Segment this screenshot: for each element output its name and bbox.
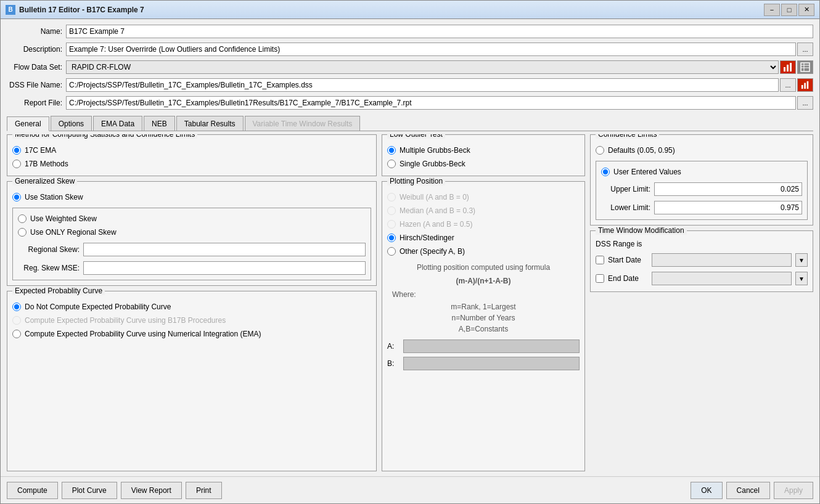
conf-defaults-label[interactable]: Defaults (0.05, 0.95) (608, 146, 675, 155)
tab-ema-data[interactable]: EMA Data (93, 116, 142, 131)
multiple-grubbs-row: Multiple Grubbs-Beck (387, 144, 580, 157)
reg-skew-mse-input[interactable] (83, 261, 366, 275)
plotting-a-label: A: (387, 342, 400, 351)
end-date-input[interactable] (652, 272, 792, 285)
plotting-box: Plotting Position Weibull (A and B = 0) … (382, 181, 585, 471)
bottom-right-buttons: OK Cancel Apply (691, 482, 813, 499)
tab-general[interactable]: General (7, 116, 49, 131)
apply-button[interactable]: Apply (774, 482, 813, 499)
plotting-a-row: A: (387, 339, 580, 353)
dss-file-label: DSS File Name: (7, 81, 62, 89)
regional-skew-input[interactable] (83, 243, 366, 256)
conf-user-label[interactable]: User Entered Values (613, 168, 681, 176)
report-file-field-wrapper: ... (66, 96, 813, 110)
skew-weighted-label[interactable]: Use Weighted Skew (30, 214, 97, 223)
lower-limit-input[interactable] (654, 201, 802, 214)
ok-button[interactable]: OK (691, 482, 722, 499)
view-report-button[interactable]: View Report (121, 482, 182, 499)
hirsch-radio[interactable] (387, 234, 396, 242)
exp-b17b-label: Compute Expected Probability Curve using… (25, 316, 226, 325)
description-row: Description: ... (7, 42, 813, 57)
maximize-button[interactable]: □ (781, 4, 797, 16)
single-grubbs-label[interactable]: Single Grubbs-Beck (400, 160, 465, 168)
conf-user-radio[interactable] (601, 168, 610, 176)
flow-data-set-select[interactable]: RAPID CR-FLOW (66, 60, 779, 74)
tab-options[interactable]: Options (51, 116, 92, 131)
method-17b-label[interactable]: 17B Methods (25, 160, 68, 168)
cancel-button[interactable]: Cancel (726, 482, 770, 499)
plot-curve-button[interactable]: Plot Curve (62, 482, 117, 499)
exp-prob-title: Expected Probablity Curve (12, 287, 105, 295)
end-date-checkbox[interactable] (596, 274, 604, 283)
plotting-formula: (m-A)/(n+1-A-B) (387, 275, 580, 287)
start-date-browse[interactable]: ▼ (795, 253, 808, 267)
skew-regional-label[interactable]: Use ONLY Regional Skew (30, 228, 117, 237)
exp-numerical-label[interactable]: Compute Expected Probability Curve using… (25, 330, 261, 338)
svg-rect-3 (801, 63, 810, 71)
median-label: Median (A and B = 0.3) (400, 206, 475, 215)
exp-b17b-row: Compute Expected Probability Curve using… (12, 314, 371, 327)
multiple-grubbs-label[interactable]: Multiple Grubbs-Beck (400, 146, 470, 155)
skew-station-radio[interactable] (12, 193, 21, 201)
exp-do-not-compute-label[interactable]: Do Not Compute Expected Probability Curv… (25, 303, 171, 311)
description-input[interactable] (66, 43, 796, 56)
dss-file-browse-button[interactable]: ... (780, 78, 796, 92)
dss-file-input[interactable] (66, 78, 779, 92)
content-area: Name: Description: ... Flow Data Set: RA… (1, 19, 819, 476)
compute-button[interactable]: Compute (7, 482, 58, 499)
mid-column: Low Outlier Test Multiple Grubbs-Beck Si… (382, 134, 585, 471)
plotting-a-input[interactable] (403, 339, 580, 353)
plotting-line-1: m=Rank, 1=Largest (387, 301, 580, 312)
skew-station-row: Use Station Skew (12, 190, 371, 204)
tab-variable-time-window: Variable Time Window Results (245, 116, 361, 131)
conf-defaults-radio[interactable] (596, 146, 604, 155)
method-17c-label[interactable]: 17C EMA (25, 146, 56, 155)
tab-tabular-results[interactable]: Tabular Results (176, 116, 244, 131)
method-17b-radio[interactable] (12, 160, 21, 168)
other-label[interactable]: Other (Specify A, B) (400, 247, 465, 256)
other-radio[interactable] (387, 247, 396, 256)
upper-limit-input[interactable] (654, 182, 802, 196)
other-row: Other (Specify A, B) (387, 245, 580, 258)
print-button[interactable]: Print (186, 482, 222, 499)
flow-chart-icon[interactable] (780, 60, 796, 74)
report-file-input[interactable] (66, 96, 796, 110)
left-column: Method for Computing Statistics and Conf… (7, 134, 377, 471)
dss-chart-icon[interactable] (797, 78, 813, 92)
upper-limit-label: Upper Limit: (601, 185, 650, 193)
multiple-grubbs-radio[interactable] (387, 146, 396, 155)
regional-skew-row: Regional Skew: (18, 242, 366, 258)
report-file-browse-button[interactable]: ... (797, 96, 813, 110)
hirsch-label[interactable]: Hirsch/Stedinger (400, 234, 454, 242)
exp-b17b-radio (12, 316, 21, 325)
exp-numerical-radio[interactable] (12, 330, 21, 338)
plotting-b-input[interactable] (403, 357, 580, 370)
plotting-line-2: n=Number of Years (387, 312, 580, 323)
flow-table-icon[interactable] (797, 60, 813, 74)
description-browse-button[interactable]: ... (797, 43, 813, 56)
title-bar: B Bulletin 17 Editor - B17C Example 7 − … (1, 1, 819, 19)
conf-inner-box: User Entered Values Upper Limit: Lower L… (596, 161, 808, 220)
low-outlier-title: Low Outlier Test (387, 134, 445, 139)
method-17c-radio[interactable] (12, 146, 21, 155)
tabs-row: General Options EMA Data NEB Tabular Res… (7, 116, 813, 131)
weibull-row: Weibull (A and B = 0) (387, 190, 580, 204)
close-button[interactable]: ✕ (798, 4, 814, 16)
svg-rect-0 (784, 67, 785, 71)
single-grubbs-row: Single Grubbs-Beck (387, 157, 580, 171)
single-grubbs-radio[interactable] (387, 160, 396, 168)
start-date-checkbox[interactable] (596, 256, 604, 264)
conf-user-row: User Entered Values (601, 165, 802, 179)
skew-regional-radio[interactable] (18, 228, 27, 237)
skew-inner-box: Use Weighted Skew Use ONLY Regional Skew… (12, 208, 371, 280)
exp-do-not-compute-radio[interactable] (12, 303, 21, 311)
tab-neb[interactable]: NEB (144, 116, 175, 131)
skew-weighted-radio[interactable] (18, 214, 27, 223)
minimize-button[interactable]: − (764, 4, 780, 16)
start-date-input[interactable] (652, 253, 792, 267)
end-date-browse[interactable]: ▼ (795, 272, 808, 285)
name-input[interactable] (66, 25, 813, 38)
lower-limit-label: Lower Limit: (601, 203, 650, 212)
description-label: Description: (7, 45, 62, 54)
skew-station-label[interactable]: Use Station Skew (25, 193, 83, 201)
